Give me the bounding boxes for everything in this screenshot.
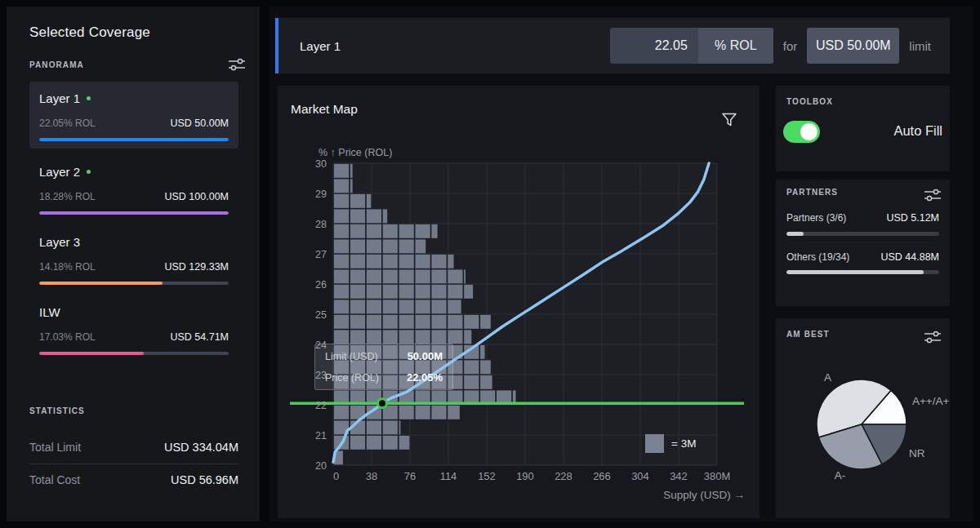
x-tick-label: 152 — [478, 470, 496, 482]
statistics-label: STATISTICS — [29, 406, 85, 415]
layer-edit-bar: Layer 1 22.05 % ROL for USD 50.00M limit — [275, 18, 950, 73]
y-axis-title: % ↑ Price (ROL) — [318, 147, 392, 158]
partners-progress-fill — [786, 232, 804, 236]
auto-fill-label: Auto Fill — [893, 123, 942, 139]
supply-block — [383, 239, 398, 253]
tooltip-price-label: Price (ROL) — [325, 372, 379, 384]
x-tick-label: 266 — [593, 470, 611, 482]
y-tick-label: 30 — [315, 158, 327, 170]
am-best-label: AM BEST — [786, 330, 830, 339]
layer-progress-track — [39, 211, 229, 215]
total-limit-row: Total Limit USD 334.04M — [29, 441, 238, 454]
supply-block — [367, 436, 381, 450]
supply-block-partial — [464, 330, 471, 344]
supply-block — [416, 406, 430, 419]
layer-name: ILW — [39, 305, 229, 319]
supply-block — [350, 436, 365, 450]
partners-card: PARTNERS Partners (3/6) USD 5.12M Others… — [776, 180, 950, 306]
supply-block — [416, 269, 430, 283]
panorama-section-header: PANORAMA — [29, 57, 246, 72]
supply-block — [350, 269, 365, 283]
tooltip-limit-value: 50.00M — [408, 350, 443, 362]
supply-block — [448, 315, 462, 329]
supply-block — [334, 224, 349, 238]
supply-block — [367, 255, 381, 268]
others-progress-track — [786, 270, 939, 274]
supply-block-partial — [350, 179, 353, 193]
supply-block — [399, 224, 414, 238]
partners-filter-icon[interactable] — [924, 188, 942, 202]
supply-block — [350, 224, 365, 238]
price-supply-marker[interactable] — [377, 399, 386, 408]
main-area: Layer 1 22.05 % ROL for USD 50.00M limit… — [270, 7, 973, 521]
panorama-filter-icon[interactable] — [228, 57, 246, 72]
legend-swatch — [645, 434, 664, 453]
partners-progress-track — [786, 232, 939, 236]
supply-block-partial — [448, 406, 460, 419]
sidebar-item-layer-1[interactable]: Layer 1 22.05% ROL USD 50.00M — [29, 82, 238, 149]
supply-block — [431, 285, 446, 299]
supply-block — [399, 406, 414, 419]
supply-block — [367, 269, 381, 283]
supply-block — [383, 269, 398, 283]
price-rol-input[interactable]: 22.05 — [610, 28, 698, 64]
toolbox-label: TOOLBOX — [786, 97, 833, 106]
supply-block — [431, 299, 446, 313]
supply-block — [350, 299, 365, 313]
sidebar-item-layer-2[interactable]: Layer 2 18.28% ROL USD 100.00M — [29, 155, 238, 222]
supply-block — [367, 285, 381, 299]
x-tick-label: 0 — [333, 470, 339, 482]
x-tick-label: 228 — [555, 470, 572, 482]
supply-block-partial — [399, 420, 401, 434]
supply-block — [334, 209, 349, 223]
supply-block — [367, 209, 381, 223]
x-tick-label: 342 — [670, 470, 688, 482]
auto-fill-toggle[interactable] — [783, 121, 820, 143]
am-best-pie-chart: AA++/A+NRA- — [776, 318, 950, 518]
supply-block — [383, 224, 398, 238]
total-limit-label: Total Limit — [29, 441, 81, 454]
supply-block — [334, 239, 349, 253]
x-tick-label: 38 — [366, 470, 377, 482]
supply-block — [464, 360, 479, 374]
toggle-knob — [800, 123, 817, 140]
x-tick-label: 304 — [631, 470, 649, 482]
supply-block-partial — [383, 209, 387, 223]
layer-limit: USD 100.00M — [164, 191, 229, 202]
tooltip-price-value: 22.05% — [407, 371, 443, 384]
supply-block — [431, 315, 446, 329]
supply-block — [350, 315, 365, 329]
supply-block — [334, 315, 349, 329]
supply-block — [383, 436, 398, 450]
layer-rol: 14.18% ROL — [39, 261, 96, 273]
filter-funnel-icon[interactable] — [720, 110, 738, 128]
block-size-legend: = 3M — [645, 434, 696, 453]
supply-block-partial — [480, 315, 491, 329]
supply-block — [367, 299, 381, 313]
layer-limit: USD 50.00M — [170, 118, 229, 129]
topbar-controls: 22.05 % ROL for USD 50.00M limit — [610, 18, 941, 73]
layer-name: Layer 1 — [39, 91, 229, 105]
limit-usd-input[interactable]: USD 50.00M — [807, 28, 899, 64]
sidebar-item-layer-3[interactable]: Layer 3 14.18% ROL USD 129.33M — [29, 225, 238, 292]
layer-progress-fill — [39, 282, 163, 285]
x-tick-label: 190 — [516, 470, 534, 482]
supply-block-partial — [448, 299, 461, 313]
sidebar-item-ilw[interactable]: ILW 17.03% ROL USD 54.71M — [29, 295, 238, 362]
supply-block — [416, 330, 430, 344]
supply-block — [448, 330, 462, 344]
supply-block-partial — [448, 255, 453, 268]
others-row-value: USD 44.88M — [880, 251, 939, 263]
supply-block — [334, 406, 349, 419]
supply-block-partial — [367, 194, 371, 208]
am-best-filter-icon[interactable] — [924, 330, 942, 344]
statistics-section-header: STATISTICS — [29, 406, 246, 415]
active-dot — [87, 170, 91, 174]
supply-block-partial — [416, 239, 426, 253]
supply-block — [399, 255, 414, 268]
price-rol-unit: % ROL — [698, 28, 773, 64]
supply-block-partial — [399, 436, 410, 450]
layer-rol: 18.28% ROL — [39, 191, 96, 202]
layer-limit: USD 54.71M — [170, 331, 229, 343]
am-best-card: AA++/A+NRA- AM BEST — [776, 318, 950, 518]
